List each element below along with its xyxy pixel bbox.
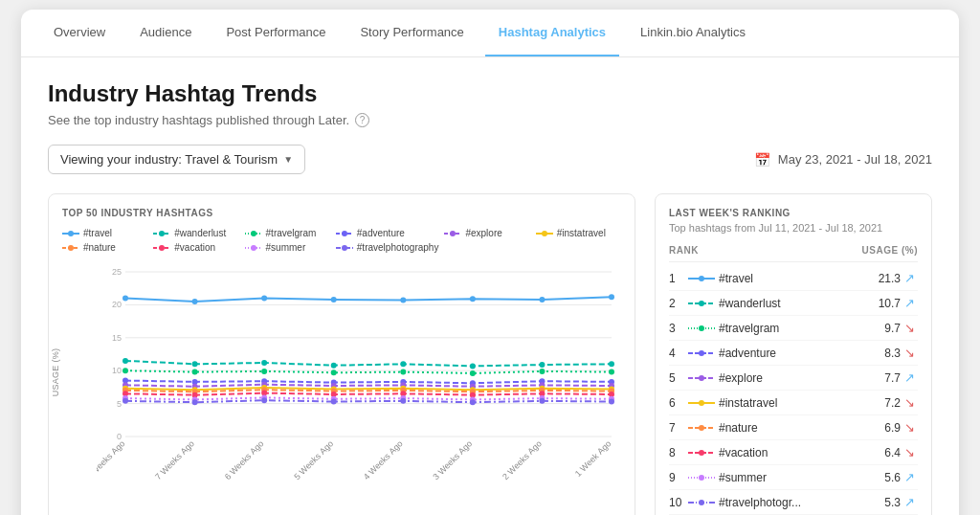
legend-item: #summer <box>245 242 330 253</box>
dropdown-arrow-icon: ▼ <box>283 154 293 165</box>
legend-item: #explore <box>444 228 529 238</box>
ranking-title: LAST WEEK'S RANKING <box>669 208 918 218</box>
tab-audience[interactable]: Audience <box>126 10 205 56</box>
legend-label: #summer <box>266 242 306 253</box>
chart-legend: #travel#wanderlust#travelgram#adventure#… <box>62 228 621 253</box>
legend-item: #adventure <box>336 228 439 238</box>
ranking-panel: LAST WEEK'S RANKING Top hashtags from Ju… <box>655 193 932 515</box>
svg-point-35 <box>699 450 704 456</box>
ranking-subtitle: Top hashtags from Jul 11, 2021 - Jul 18,… <box>669 222 918 234</box>
rank-hashtag: #summer <box>719 471 884 484</box>
ranking-row: 8#vacation6.4↘ <box>669 440 918 465</box>
tab-linkin.bio-analytics[interactable]: Linkin.bio Analytics <box>627 10 759 56</box>
svg-point-9 <box>450 231 456 236</box>
rank-usage: 6.4 <box>884 446 901 459</box>
line-chart <box>97 262 621 482</box>
legend-label: #travel <box>83 228 112 238</box>
svg-point-21 <box>699 276 704 281</box>
tab-hashtag-analytics[interactable]: Hashtag Analytics <box>485 10 619 56</box>
svg-point-19 <box>342 245 347 251</box>
ranking-row: 7#nature6.9↘ <box>669 415 918 440</box>
legend-label: #nature <box>83 242 116 253</box>
rank-hashtag: #travelphotogr... <box>719 496 884 509</box>
svg-point-7 <box>342 231 347 236</box>
chart-panel: TOP 50 INDUSTRY HASHTAGS #travel#wanderl… <box>48 193 635 515</box>
tab-post-performance[interactable]: Post Performance <box>212 10 339 56</box>
trend-up-icon: ↗ <box>904 495 918 509</box>
svg-point-29 <box>699 375 704 381</box>
rank-number: 3 <box>669 322 688 335</box>
legend-item: #nature <box>62 242 147 253</box>
toolbar: Viewing your industry: Travel & Tourism … <box>48 145 932 174</box>
ranking-row: 1#travel21.3↗ <box>669 266 918 291</box>
chart-wrapper: USAGE (%) <box>62 262 621 482</box>
rank-number: 1 <box>669 272 688 285</box>
trend-down-icon: ↘ <box>904 321 918 335</box>
ranking-row: 3#travelgram9.7↘ <box>669 316 918 341</box>
svg-point-17 <box>251 245 256 251</box>
date-range: 📅 May 23, 2021 - Jul 18, 2021 <box>754 152 932 168</box>
calendar-icon: 📅 <box>754 152 770 168</box>
trend-down-icon: ↘ <box>904 346 918 360</box>
svg-point-23 <box>699 301 704 306</box>
ranking-header: RANK USAGE (%) <box>669 245 918 262</box>
main-content: Industry Hashtag Trends See the top indu… <box>21 57 959 515</box>
legend-label: #travelphotography <box>357 242 439 253</box>
rank-hashtag: #travelgram <box>719 322 884 335</box>
rank-number: 9 <box>669 471 688 484</box>
ranking-row: 9#summer5.6↗ <box>669 465 918 490</box>
legend-label: #instatravel <box>557 228 606 238</box>
legend-label: #wanderlust <box>174 228 226 238</box>
trend-down-icon: ↘ <box>904 445 918 459</box>
svg-point-13 <box>68 245 74 251</box>
rank-hashtag: #vacation <box>719 446 884 459</box>
svg-point-15 <box>159 245 165 251</box>
tab-story-performance[interactable]: Story Performance <box>346 10 477 56</box>
rank-number: 6 <box>669 396 688 410</box>
trend-down-icon: ↘ <box>904 420 918 435</box>
svg-point-33 <box>699 425 704 431</box>
legend-item: #vacation <box>153 242 238 253</box>
ranking-row: 2#wanderlust10.7↗ <box>669 291 918 316</box>
main-panels: TOP 50 INDUSTRY HASHTAGS #travel#wanderl… <box>48 193 932 515</box>
rank-number: 4 <box>669 347 688 360</box>
rank-usage: 9.7 <box>884 322 901 335</box>
rank-hashtag: #explore <box>719 371 884 385</box>
rank-number: 7 <box>669 421 688 435</box>
svg-point-1 <box>68 231 74 236</box>
legend-label: #explore <box>465 228 501 238</box>
y-axis-label: USAGE (%) <box>51 348 60 397</box>
legend-item: #travelphotography <box>336 242 439 253</box>
rank-number: 8 <box>669 446 688 459</box>
rank-usage: 5.3 <box>884 496 901 509</box>
chart-area <box>97 262 621 482</box>
svg-point-39 <box>699 500 704 505</box>
svg-point-25 <box>699 325 704 331</box>
rank-number: 2 <box>669 297 688 310</box>
svg-point-5 <box>251 231 256 236</box>
rank-usage: 5.6 <box>884 471 901 484</box>
rank-number: 10 <box>669 496 688 509</box>
legend-item: #travelgram <box>245 228 330 238</box>
page-title: Industry Hashtag Trends <box>48 80 932 107</box>
ranking-rows: 1#travel21.3↗2#wanderlust10.7↗3#travelgr… <box>669 266 918 515</box>
rank-usage: 10.7 <box>879 297 901 310</box>
svg-point-31 <box>699 400 704 406</box>
rank-usage: 8.3 <box>884 347 901 360</box>
rank-usage: 6.9 <box>884 421 901 435</box>
ranking-row: 5#explore7.7↗ <box>669 366 918 391</box>
legend-item: #travel <box>62 228 147 238</box>
trend-up-icon: ↗ <box>904 271 918 285</box>
legend-item: #wanderlust <box>153 228 238 238</box>
rank-hashtag: #wanderlust <box>719 297 879 310</box>
trend-up-icon: ↗ <box>904 296 918 310</box>
industry-dropdown[interactable]: Viewing your industry: Travel & Tourism … <box>48 145 305 174</box>
main-card: OverviewAudiencePost PerformanceStory Pe… <box>21 10 959 515</box>
rank-usage: 7.2 <box>884 396 901 410</box>
rank-hashtag: #adventure <box>719 347 884 360</box>
rank-usage: 7.7 <box>884 371 901 385</box>
trend-up-icon: ↗ <box>904 470 918 484</box>
info-icon[interactable]: ? <box>355 113 369 127</box>
svg-point-3 <box>159 231 165 236</box>
tab-overview[interactable]: Overview <box>40 10 119 56</box>
